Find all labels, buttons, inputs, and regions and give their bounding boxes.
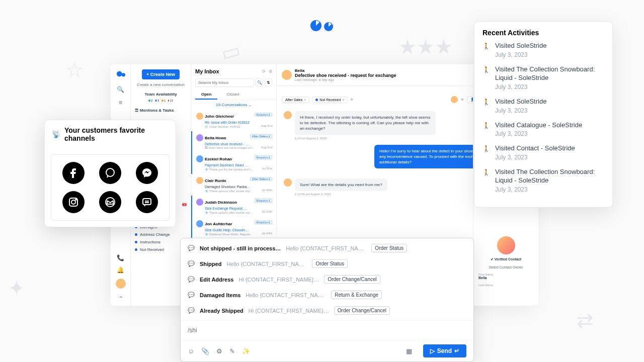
activity-item: 🚶Visited The Collection Snowboard: Liqui… bbox=[482, 65, 604, 90]
refresh-icon[interactable]: ⟳ bbox=[262, 69, 266, 74]
doodle-doc: ▭ bbox=[219, 38, 244, 65]
sign-icon[interactable]: ✎ bbox=[229, 347, 235, 355]
svg-point-4 bbox=[106, 168, 114, 176]
sender-avatar bbox=[284, 178, 292, 187]
verified-badge: ✔ Verified Contact bbox=[478, 257, 533, 261]
walk-icon: 🚶 bbox=[482, 122, 490, 138]
team-availability-label: Team Availability bbox=[135, 92, 187, 97]
channels-popup: 📡 Your customers favorite channels bbox=[44, 120, 176, 227]
availability-dot: 10 bbox=[168, 99, 173, 102]
last-message-time: Last message: a day ago bbox=[295, 78, 396, 81]
conversation-item[interactable]: Ezekiel RohanEnquiry+1Payment Declined: … bbox=[191, 152, 276, 174]
phone-icon[interactable]: 📞 bbox=[117, 254, 124, 261]
doodle-star: ✦ bbox=[8, 277, 25, 300]
attach-icon[interactable]: 📎 bbox=[201, 347, 209, 355]
walk-icon: 🚶 bbox=[482, 99, 490, 114]
availability-dot: 2 bbox=[148, 99, 153, 102]
chat-icon: 💬 bbox=[188, 245, 195, 251]
canned-response-item[interactable]: 💬Edit AddressHi {CONTACT_FIRST_NAME} Tha… bbox=[181, 272, 473, 287]
send-button[interactable]: ▷ Send ↵ bbox=[423, 344, 466, 357]
ai-icon[interactable]: ⚙ bbox=[216, 347, 222, 355]
activity-item: 🚶Visited Contact - SoleStrideJuly 3, 202… bbox=[482, 144, 604, 161]
search-icon[interactable]: 🔍 bbox=[117, 86, 124, 93]
activity-item: 🚶Visited SoleStrideJuly 3, 2023 bbox=[482, 98, 604, 114]
contact-avatar[interactable] bbox=[282, 70, 292, 80]
chat-icon: 💬 bbox=[188, 276, 195, 283]
tab-closed[interactable]: Closed bbox=[220, 90, 245, 100]
app-logo-icon[interactable] bbox=[116, 69, 125, 80]
sidebar-tag-item[interactable]: Instructions bbox=[135, 238, 187, 246]
sms-icon[interactable] bbox=[136, 191, 158, 213]
chat-icon: 💬 bbox=[188, 307, 195, 314]
contact-detail-avatar bbox=[497, 236, 515, 254]
canned-response-item[interactable]: 💬Damaged ItemsHello {CONTACT_FIRST_NAME}… bbox=[181, 287, 473, 303]
search-submit-icon[interactable]: 🔍 bbox=[256, 78, 263, 86]
availability-dot: 3 bbox=[155, 99, 160, 102]
walk-icon: 🚶 bbox=[482, 145, 490, 161]
composer-input[interactable]: /shi bbox=[181, 320, 473, 340]
select-owner[interactable]: Select Contact Owner bbox=[478, 265, 533, 269]
brand-logo bbox=[309, 19, 335, 34]
message-time: 1:14:36 pm August 2, 2023 bbox=[295, 193, 387, 196]
svg-point-7 bbox=[75, 199, 76, 200]
conversation-count: 19 Conversations ⌄ bbox=[191, 100, 276, 110]
conversation-item[interactable]: Bella HoweAfter Sales+1Defective shoe re… bbox=[191, 131, 276, 152]
conversation-item[interactable]: Jon AufderharEnquiry+1Size Guide Help: C… bbox=[191, 217, 276, 239]
bell-icon[interactable]: 🔔 bbox=[117, 266, 124, 274]
svg-point-3 bbox=[121, 73, 125, 76]
composer-popup: 💬Not shipped - still in process…Hello {C… bbox=[180, 238, 474, 362]
sidebar-tag-item[interactable]: Address Change bbox=[135, 231, 187, 238]
emoji-icon[interactable]: ☺ bbox=[188, 347, 194, 355]
walk-icon: 🚶 bbox=[482, 169, 490, 193]
mentions-tasks[interactable]: ☰ Mentions & Tasks bbox=[135, 108, 187, 113]
availability-dots: 23110 bbox=[135, 99, 187, 102]
tag-chip[interactable]: Not Received× bbox=[312, 97, 348, 103]
collapse-icon[interactable]: › bbox=[117, 296, 124, 298]
conversation-item[interactable]: Clair RunteAfter Sales+1Damaged Shoebox:… bbox=[191, 174, 276, 196]
sender-avatar bbox=[284, 111, 292, 119]
inbox-title: My Inbox bbox=[195, 68, 219, 74]
user-avatar[interactable] bbox=[116, 279, 126, 289]
recent-activities-panel: Recent Activities 🚶Visited SoleStrideJul… bbox=[474, 21, 613, 208]
assignee-add-icon[interactable]: ⊕ bbox=[461, 98, 464, 102]
conversation-item[interactable]: John GleichnerEnquiry+1Re: Issue with Or… bbox=[191, 110, 276, 131]
add-tag-icon[interactable]: ⊕ bbox=[350, 98, 353, 102]
conversation-subject: Defective shoe received - request for ex… bbox=[295, 73, 396, 78]
filter-sort-icon[interactable]: ⇅ bbox=[265, 78, 272, 86]
walk-icon: 🚶 bbox=[482, 43, 490, 58]
schedule-icon[interactable]: ▦ bbox=[406, 347, 412, 355]
message-inbound: Sure! What are the details you need from… bbox=[295, 178, 387, 191]
messenger-icon[interactable] bbox=[136, 162, 158, 184]
message-time: 1:14 pm August 2, 2023 bbox=[295, 137, 436, 140]
chat-icon: 💬 bbox=[188, 260, 195, 267]
magic-icon[interactable]: ✨ bbox=[242, 347, 250, 355]
canned-response-item[interactable]: 💬ShippedHello {CONTACT_FIRST_NAME} Th…Or… bbox=[181, 256, 473, 272]
conversation-item[interactable]: Judah DickinsonEnquiry+1Size Exchange Re… bbox=[191, 196, 276, 217]
instagram-icon[interactable] bbox=[62, 191, 85, 213]
tab-open[interactable]: Open bbox=[195, 90, 217, 100]
canned-response-item[interactable]: 💬Not shipped - still in process…Hello {C… bbox=[181, 240, 473, 256]
canned-response-item[interactable]: 💬Already ShippedHi {CONTACT_FIRST_NAME},… bbox=[181, 303, 473, 318]
create-new-button[interactable]: + Create New bbox=[142, 69, 180, 79]
channels-title: Your customers favorite channels bbox=[64, 126, 169, 142]
availability-dot: 1 bbox=[162, 99, 167, 102]
settings-icon[interactable]: ⚙ bbox=[269, 69, 272, 74]
create-subtitle: Create a new conversation bbox=[135, 82, 187, 87]
tag-chip[interactable]: After Sales× bbox=[282, 97, 309, 103]
whatsapp-icon[interactable] bbox=[99, 162, 121, 184]
activity-item: 🚶Visited Catalogue - SoleStrideJuly 3, 2… bbox=[482, 121, 604, 138]
walk-icon: 🚶 bbox=[482, 66, 490, 90]
doodle-arrows: ⇄ bbox=[577, 309, 594, 332]
svg-point-2 bbox=[116, 71, 122, 77]
activity-item: 🚶Visited The Collection Snowboard: Liqui… bbox=[482, 168, 604, 193]
facebook-icon[interactable] bbox=[62, 162, 85, 184]
last-name-label: Last Name bbox=[478, 284, 533, 287]
assignee-avatar[interactable] bbox=[451, 96, 458, 103]
doodle-star: ☆ bbox=[65, 58, 84, 81]
inbox-search-input[interactable] bbox=[195, 78, 254, 87]
email-icon[interactable] bbox=[99, 191, 121, 213]
contact-name: Bella bbox=[295, 68, 396, 73]
doodle-stars: ★★★ bbox=[398, 35, 453, 58]
filter-icon[interactable]: ≡ bbox=[119, 99, 122, 106]
sidebar-tag-item[interactable]: Not Received bbox=[135, 246, 187, 253]
